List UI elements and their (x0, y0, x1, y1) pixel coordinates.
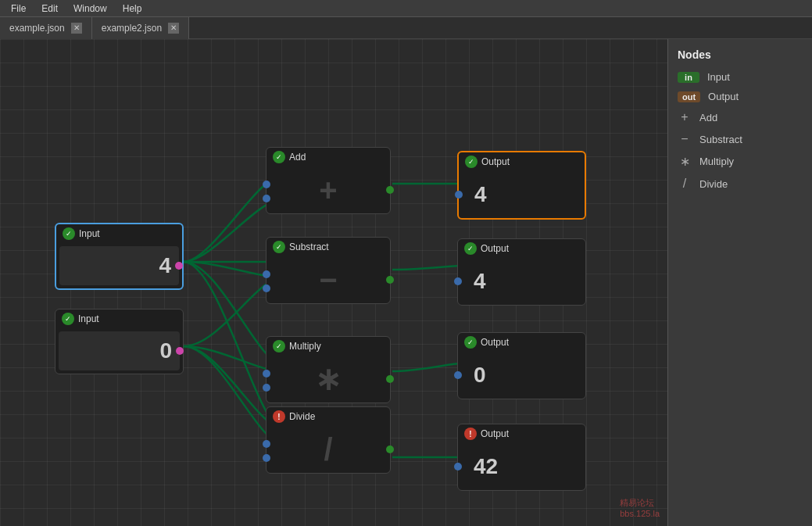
output3-label: Output (481, 337, 509, 348)
tab-example2-json[interactable]: example2.json ✕ (92, 17, 189, 39)
output1-port-in[interactable] (455, 191, 463, 199)
output3-header: ✓ Output (458, 333, 585, 352)
sidebar: Nodes in Input out Output + Add − Substr… (667, 39, 812, 526)
sidebar-item-substract[interactable]: − Substract (668, 128, 812, 150)
output1-body: 4 (459, 171, 585, 218)
input2-output-port[interactable] (176, 347, 184, 355)
output-node-3[interactable]: ✓ Output 0 (457, 332, 586, 399)
output3-value: 0 (474, 363, 486, 388)
output4-error-icon: ! (464, 428, 477, 440)
output-badge: out (678, 91, 700, 102)
output4-header: ! Output (458, 424, 585, 443)
output4-port-in[interactable] (454, 463, 462, 471)
divide-port-in-1[interactable] (263, 440, 270, 448)
tab-example-json[interactable]: example.json ✕ (0, 17, 92, 39)
tab-label: example2.json (102, 23, 162, 34)
output-node-4[interactable]: ! Output 42 (457, 424, 586, 491)
output2-label: Output (481, 243, 509, 254)
output2-header: ✓ Output (458, 239, 585, 258)
substract-port-out[interactable] (386, 276, 394, 284)
tab-bar: example.json ✕ example2.json ✕ (0, 17, 812, 39)
output3-port-in[interactable] (454, 371, 462, 379)
divide-port-out[interactable] (386, 445, 394, 453)
output2-body: 4 (458, 258, 585, 305)
add-sidebar-label: Add (699, 112, 717, 123)
multiply-sidebar-label: Multiply (699, 156, 734, 167)
menu-help[interactable]: Help (116, 2, 148, 16)
output-node-2[interactable]: ✓ Output 4 (457, 238, 586, 306)
add-icon: + (678, 110, 692, 124)
substract-label: Substract (289, 242, 329, 252)
substract-sidebar-label: Substract (699, 134, 742, 145)
multiply-port-out[interactable] (386, 375, 394, 383)
input-label: Input (707, 71, 730, 83)
multiply-check-icon: ✓ (273, 340, 285, 352)
check-icon-2: ✓ (62, 313, 74, 325)
menubar: File Edit Window Help (0, 0, 812, 17)
add-node-body: + (266, 166, 390, 213)
divide-symbol: / (324, 432, 332, 467)
add-check-icon: ✓ (273, 151, 285, 163)
multiply-port-in-1[interactable] (263, 370, 270, 378)
input-node-2[interactable]: ✓ Input 0 (55, 309, 184, 374)
divide-port-in-2[interactable] (263, 454, 270, 462)
divide-node-body: / (266, 426, 390, 473)
menu-file[interactable]: File (5, 2, 32, 16)
sidebar-item-divide[interactable]: / Divide (668, 173, 812, 195)
input-node-1[interactable]: ✓ Input 4 (55, 223, 184, 290)
multiply-node[interactable]: ✓ Multiply ∗ (266, 336, 391, 403)
substract-symbol: − (319, 263, 337, 298)
multiply-port-in-2[interactable] (263, 384, 270, 392)
substract-check-icon: ✓ (273, 241, 285, 253)
check-icon: ✓ (63, 227, 75, 240)
divide-node[interactable]: ! Divide / (266, 406, 391, 474)
add-port-out[interactable] (386, 186, 394, 194)
tab-close-button[interactable]: ✕ (168, 23, 179, 34)
add-node[interactable]: ✓ Add + (266, 147, 391, 214)
output4-body: 42 (458, 443, 585, 490)
add-port-in-1[interactable] (263, 181, 270, 188)
substract-node-header: ✓ Substract (266, 238, 390, 256)
substract-port-in-1[interactable] (263, 270, 270, 278)
output1-label: Output (481, 156, 510, 167)
divide-node-header: ! Divide (266, 407, 390, 426)
node-2-header: ✓ Input (55, 310, 183, 328)
sidebar-item-multiply[interactable]: ∗ Multiply (668, 150, 812, 173)
node-1-header: ✓ Input (56, 224, 182, 243)
input-badge: in (678, 72, 699, 83)
watermark: 精易论坛bbs.125.la (620, 497, 660, 518)
output2-check-icon: ✓ (464, 242, 477, 255)
substract-node[interactable]: ✓ Substract − (266, 237, 391, 304)
divide-icon: / (678, 177, 692, 191)
node-1-body: 4 (59, 246, 179, 285)
multiply-node-body: ∗ (266, 356, 390, 403)
node-2-label: Input (78, 313, 99, 324)
substract-port-in-2[interactable] (263, 284, 270, 292)
output2-value: 4 (474, 269, 486, 294)
output3-body: 0 (458, 352, 585, 399)
tab-close-button[interactable]: ✕ (71, 23, 82, 34)
sidebar-item-add[interactable]: + Add (668, 106, 812, 128)
input1-output-port[interactable] (175, 262, 183, 270)
sidebar-item-input[interactable]: in Input (668, 67, 812, 87)
node-canvas[interactable]: ✓ Input 4 ✓ Input 0 ✓ Add (0, 39, 667, 526)
output4-label: Output (481, 428, 509, 439)
output2-port-in[interactable] (454, 277, 462, 285)
menu-edit[interactable]: Edit (35, 2, 64, 16)
menu-window[interactable]: Window (67, 2, 113, 16)
add-node-header: ✓ Add (266, 148, 390, 166)
add-label: Add (289, 152, 306, 163)
divide-label: Divide (289, 411, 315, 422)
output1-header: ✓ Output (459, 152, 585, 171)
multiply-label: Multiply (289, 341, 321, 352)
sidebar-item-output[interactable]: out Output (668, 87, 812, 106)
add-port-in-2[interactable] (263, 195, 270, 202)
output3-check-icon: ✓ (464, 336, 477, 349)
multiply-node-header: ✓ Multiply (266, 337, 390, 356)
multiply-icon: ∗ (678, 154, 692, 169)
output-node-1[interactable]: ✓ Output 4 (457, 151, 586, 220)
substract-node-body: − (266, 256, 390, 303)
output1-check-icon: ✓ (465, 156, 478, 168)
main-layout: ✓ Input 4 ✓ Input 0 ✓ Add (0, 39, 812, 526)
output4-value: 42 (474, 454, 498, 479)
